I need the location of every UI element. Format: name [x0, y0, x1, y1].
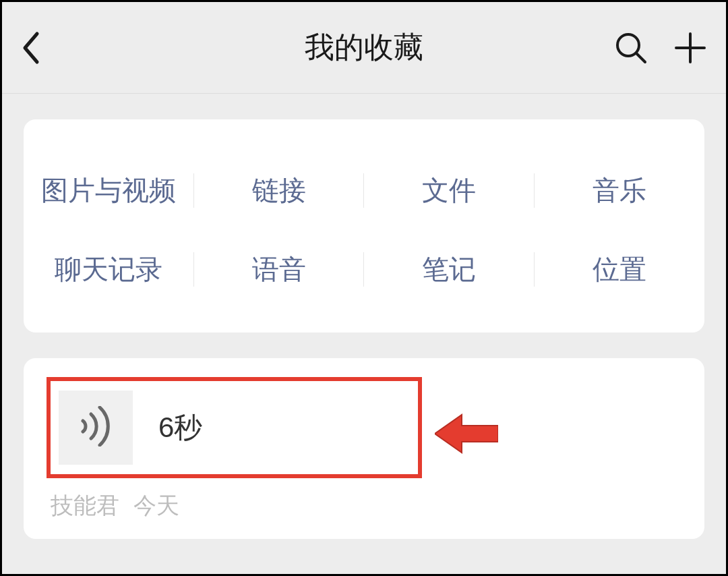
category-images-videos[interactable]: 图片与视频 — [24, 169, 194, 212]
voice-duration-text: 6秒 — [158, 409, 202, 447]
svg-marker-4 — [435, 415, 498, 453]
header-right — [599, 31, 707, 65]
voice-message-thumbnail — [59, 391, 133, 465]
category-notes[interactable]: 笔记 — [364, 248, 535, 291]
search-icon[interactable] — [614, 31, 648, 65]
category-links[interactable]: 链接 — [194, 169, 365, 212]
favorite-item-source: 技能君 — [51, 492, 119, 518]
back-icon[interactable] — [21, 31, 40, 65]
category-files[interactable]: 文件 — [364, 169, 535, 212]
annotation-highlight-box: 6秒 — [47, 377, 422, 478]
header-left — [21, 31, 129, 65]
content-area: 图片与视频 链接 文件 音乐 聊天记录 语音 笔记 位置 6秒 — [2, 94, 726, 565]
page-title: 我的收藏 — [129, 28, 599, 67]
category-row-2: 聊天记录 语音 笔记 位置 — [24, 248, 704, 291]
category-music[interactable]: 音乐 — [535, 169, 705, 212]
favorite-item-card[interactable]: 6秒 技能君 今天 — [24, 358, 704, 539]
category-card: 图片与视频 链接 文件 音乐 聊天记录 语音 笔记 位置 — [24, 119, 704, 333]
annotation-arrow-icon — [435, 412, 498, 458]
category-chat-history[interactable]: 聊天记录 — [24, 248, 194, 291]
svg-line-1 — [636, 53, 645, 62]
category-voice[interactable]: 语音 — [194, 248, 365, 291]
category-row-1: 图片与视频 链接 文件 音乐 — [24, 169, 704, 212]
category-location[interactable]: 位置 — [535, 248, 705, 291]
favorite-item-time: 今天 — [133, 492, 179, 518]
header-bar: 我的收藏 — [2, 2, 726, 94]
sound-wave-icon — [78, 406, 114, 449]
add-icon[interactable] — [673, 31, 707, 65]
favorite-item-meta: 技能君 今天 — [47, 490, 681, 521]
